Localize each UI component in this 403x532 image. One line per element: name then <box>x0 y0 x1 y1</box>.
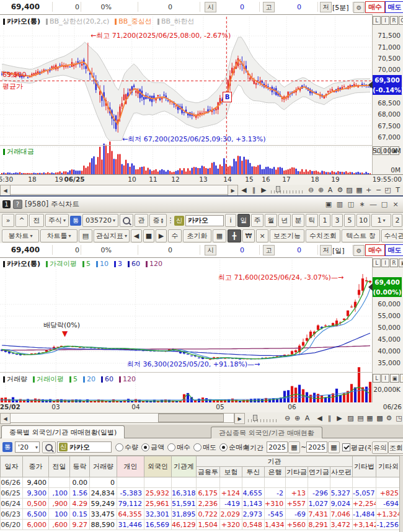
aux-function-button[interactable]: 보조기능 <box>270 229 304 242</box>
scroll-left-button[interactable]: ◀ <box>131 229 142 242</box>
export-icon[interactable]: ▨ <box>346 413 355 423</box>
text-tool-icon[interactable]: T <box>393 185 402 195</box>
corner-tool-i[interactable]: I <box>381 16 389 25</box>
corner-tool-l[interactable]: L <box>373 16 381 25</box>
radio-circle[interactable] <box>219 443 228 451</box>
col-subheader-0[interactable]: 금융투 <box>197 467 220 477</box>
col-subheader-6[interactable]: 사모펀 <box>330 467 353 477</box>
stock-name-field[interactable]: 신카카오 <box>57 441 112 453</box>
zoom-slider[interactable] <box>248 415 279 422</box>
radio-circle[interactable] <box>193 443 202 451</box>
year-select[interactable]: '20▾ <box>15 441 40 453</box>
col-header-16[interactable]: 기타외 <box>376 456 401 477</box>
fullscreen-icon[interactable]: ◳ <box>394 413 403 423</box>
radio-매수[interactable]: 매수 <box>167 443 190 452</box>
spinner-icon[interactable]: ▲▼ <box>161 218 164 224</box>
radio-circle[interactable] <box>141 443 149 451</box>
edit-button[interactable]: 수 <box>168 229 182 242</box>
scroll-right-button[interactable]: ▶ <box>156 229 167 242</box>
credit-badge[interactable]: 신 <box>174 216 184 226</box>
scroll-right-button[interactable]: ▶ <box>234 413 245 424</box>
stock-code-combo[interactable]: 035720▾ <box>82 214 118 227</box>
info-button[interactable]: i <box>225 214 236 227</box>
radio-매도[interactable]: 매도 <box>193 443 216 452</box>
save-icon[interactable]: ▤ <box>79 229 92 242</box>
corner-tool-icon[interactable]: ⊠ <box>400 374 403 383</box>
more-button[interactable]: 2 <box>392 214 402 227</box>
col-header-15[interactable]: 기타법 <box>353 456 376 477</box>
col-header-0[interactable]: 일자 <box>1 456 23 477</box>
corner-tool-i[interactable]: I <box>381 374 389 383</box>
minute-chart-corner-tools[interactable]: LIRG <box>373 16 403 25</box>
buy-signal-marker[interactable]: B <box>223 92 232 102</box>
interval-3-button[interactable]: 3 <box>332 214 343 227</box>
account-badge[interactable]: 통 <box>70 216 81 226</box>
average-checkbox[interactable] <box>342 443 350 451</box>
scrollbar-thumb[interactable] <box>158 414 224 422</box>
chart-settings-icon[interactable]: ⚙ <box>353 2 365 13</box>
interval-1-button[interactable]: 1 <box>319 214 330 227</box>
scrollbar-track[interactable] <box>10 185 228 195</box>
zoom-in-icon[interactable]: ⊕ <box>316 185 326 195</box>
period-minute-button[interactable]: 분 <box>292 214 304 227</box>
corner-tool-icon[interactable]: ▣ <box>399 259 403 267</box>
table-row[interactable]: 06/269,4000.000 <box>1 477 401 488</box>
col-header-1[interactable]: 종가 <box>23 456 49 477</box>
maximize-icon[interactable]: □ <box>379 200 389 209</box>
crosshair-icon[interactable]: ╋ <box>228 229 241 242</box>
account-type-badge[interactable]: 통 <box>2 442 12 452</box>
col-subheader-3[interactable]: 은행 <box>265 467 286 477</box>
settings-icon[interactable]: ⚙ <box>335 185 345 195</box>
corner-tool-g[interactable]: G <box>399 16 403 25</box>
col-subheader-5[interactable]: 연기금 <box>308 467 330 477</box>
watchlist-button[interactable]: 관 <box>135 214 148 227</box>
daily-volume-corner-tools[interactable]: LI▣⊠ <box>373 374 403 383</box>
scrollbar-track[interactable] <box>10 413 234 423</box>
zoom-slider[interactable] <box>271 186 303 193</box>
won-icon[interactable]: ₩ <box>242 229 255 242</box>
notice-button[interactable]: 유의 <box>372 441 388 454</box>
stock-name-field[interactable]: 카카오 <box>185 215 224 226</box>
pattern-icon[interactable]: ▨ <box>345 185 354 195</box>
query-button[interactable]: 조회 <box>388 441 403 454</box>
daily-chart-corner-tools[interactable]: LIR▣ <box>373 259 403 267</box>
slider-thumb[interactable] <box>276 186 280 192</box>
search-icon[interactable] <box>42 441 56 453</box>
chart-layout-button[interactable]: 차트틀▾ <box>40 229 78 242</box>
zoom-in-icon[interactable]: ⊕ <box>293 413 302 423</box>
date-to-input[interactable]: 2025 <box>306 441 327 453</box>
candle-type-button[interactable]: 봉차트▾ <box>2 229 39 242</box>
corner-tool-icon[interactable]: ▣ <box>390 374 399 383</box>
calendar-icon[interactable]: ▦ <box>288 441 300 453</box>
copy-window-icon[interactable]: ▥ <box>335 200 345 209</box>
chart-window-icon[interactable]: ▦ <box>213 229 226 242</box>
stock-chart-window-titlebar[interactable]: 1 ? [9580] 주식차트 ▣▥◫∗―□× <box>0 197 403 213</box>
table-row[interactable]: 06/259,300,1001.5624,834-5,38325,93216,3… <box>1 488 401 499</box>
order-spinner[interactable]: 증▲▼ <box>149 214 167 227</box>
interval-10-button[interactable]: 10 <box>356 214 370 227</box>
radio-수량[interactable]: 수량 <box>115 443 138 452</box>
col-header-7[interactable]: 기관계 <box>172 456 197 477</box>
radio-circle[interactable] <box>115 443 123 451</box>
value-lookup-button[interactable]: 수치조회 <box>306 229 340 242</box>
period-week-button[interactable]: 주 <box>251 214 264 227</box>
stop-button[interactable]: ■ <box>143 229 154 242</box>
sell-button[interactable]: 매도 <box>385 244 403 256</box>
corner-tool-r[interactable]: R <box>390 259 398 267</box>
interval-combo[interactable]: 1▾ <box>371 214 391 227</box>
col-header-2[interactable]: 전일 <box>49 456 70 477</box>
col-header-5[interactable]: 개인 <box>117 456 144 477</box>
period-year-button[interactable]: 년 <box>278 214 291 227</box>
close-icon[interactable]: × <box>391 200 401 209</box>
investor-table[interactable]: 일자종가전일등락거래량개인외국인기관계기관기타법기타외금융투보험투신은행기타금연… <box>0 456 403 532</box>
auto-scale-icon[interactable]: A <box>303 413 312 423</box>
pause-icon[interactable]: ‖ <box>249 185 259 195</box>
corner-tool-i[interactable]: I <box>381 259 389 267</box>
scroll-right-button[interactable]: ▶ <box>228 185 238 196</box>
table-row[interactable]: 06/206,000,6009.2788,59031,44616,56946,1… <box>1 520 401 530</box>
add-icon[interactable]: + <box>364 185 373 195</box>
divider-dots[interactable]: ⋮ <box>168 215 173 226</box>
reset-button[interactable]: 초기화 <box>183 229 211 242</box>
asset-type-select[interactable]: 주식▾ <box>45 214 69 227</box>
step-back-icon[interactable]: ◀ <box>315 413 324 423</box>
